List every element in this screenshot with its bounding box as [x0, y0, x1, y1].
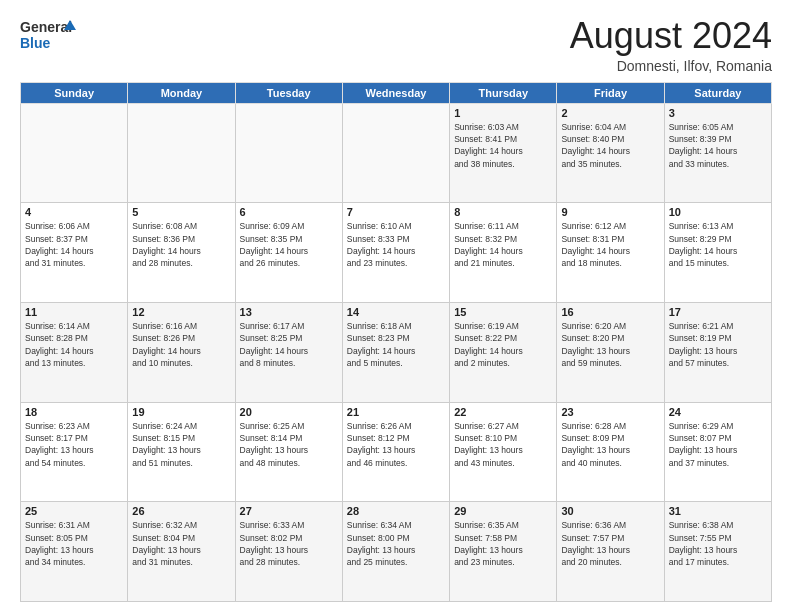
calendar-body: 1Sunrise: 6:03 AMSunset: 8:41 PMDaylight…: [21, 103, 772, 601]
day-info: Sunrise: 6:09 AMSunset: 8:35 PMDaylight:…: [240, 220, 338, 269]
day-number: 1: [454, 107, 552, 119]
day-number: 3: [669, 107, 767, 119]
main-title: August 2024: [570, 16, 772, 56]
day-info: Sunrise: 6:38 AMSunset: 7:55 PMDaylight:…: [669, 519, 767, 568]
calendar-week-2: 4Sunrise: 6:06 AMSunset: 8:37 PMDaylight…: [21, 203, 772, 303]
calendar-week-3: 11Sunrise: 6:14 AMSunset: 8:28 PMDayligh…: [21, 302, 772, 402]
calendar-cell: 31Sunrise: 6:38 AMSunset: 7:55 PMDayligh…: [664, 502, 771, 602]
day-number: 17: [669, 306, 767, 318]
svg-text:General: General: [20, 19, 72, 35]
day-info: Sunrise: 6:21 AMSunset: 8:19 PMDaylight:…: [669, 320, 767, 369]
calendar-cell: 24Sunrise: 6:29 AMSunset: 8:07 PMDayligh…: [664, 402, 771, 502]
day-number: 4: [25, 206, 123, 218]
day-info: Sunrise: 6:35 AMSunset: 7:58 PMDaylight:…: [454, 519, 552, 568]
day-number: 9: [561, 206, 659, 218]
day-info: Sunrise: 6:19 AMSunset: 8:22 PMDaylight:…: [454, 320, 552, 369]
day-info: Sunrise: 6:23 AMSunset: 8:17 PMDaylight:…: [25, 420, 123, 469]
day-number: 23: [561, 406, 659, 418]
day-info: Sunrise: 6:11 AMSunset: 8:32 PMDaylight:…: [454, 220, 552, 269]
day-number: 7: [347, 206, 445, 218]
day-number: 27: [240, 505, 338, 517]
calendar-cell: 5Sunrise: 6:08 AMSunset: 8:36 PMDaylight…: [128, 203, 235, 303]
subtitle: Domnesti, Ilfov, Romania: [570, 58, 772, 74]
calendar-cell: 7Sunrise: 6:10 AMSunset: 8:33 PMDaylight…: [342, 203, 449, 303]
calendar-cell: 29Sunrise: 6:35 AMSunset: 7:58 PMDayligh…: [450, 502, 557, 602]
calendar-cell: 21Sunrise: 6:26 AMSunset: 8:12 PMDayligh…: [342, 402, 449, 502]
day-number: 19: [132, 406, 230, 418]
day-number: 29: [454, 505, 552, 517]
calendar-cell: 13Sunrise: 6:17 AMSunset: 8:25 PMDayligh…: [235, 302, 342, 402]
calendar-week-1: 1Sunrise: 6:03 AMSunset: 8:41 PMDaylight…: [21, 103, 772, 203]
day-info: Sunrise: 6:31 AMSunset: 8:05 PMDaylight:…: [25, 519, 123, 568]
calendar-cell: 1Sunrise: 6:03 AMSunset: 8:41 PMDaylight…: [450, 103, 557, 203]
day-info: Sunrise: 6:25 AMSunset: 8:14 PMDaylight:…: [240, 420, 338, 469]
day-number: 2: [561, 107, 659, 119]
day-number: 28: [347, 505, 445, 517]
day-number: 6: [240, 206, 338, 218]
day-number: 11: [25, 306, 123, 318]
day-number: 30: [561, 505, 659, 517]
dow-tuesday: Tuesday: [235, 82, 342, 103]
day-number: 18: [25, 406, 123, 418]
calendar-cell: 11Sunrise: 6:14 AMSunset: 8:28 PMDayligh…: [21, 302, 128, 402]
day-info: Sunrise: 6:10 AMSunset: 8:33 PMDaylight:…: [347, 220, 445, 269]
dow-wednesday: Wednesday: [342, 82, 449, 103]
day-info: Sunrise: 6:12 AMSunset: 8:31 PMDaylight:…: [561, 220, 659, 269]
calendar-cell: 10Sunrise: 6:13 AMSunset: 8:29 PMDayligh…: [664, 203, 771, 303]
day-number: 24: [669, 406, 767, 418]
day-number: 10: [669, 206, 767, 218]
logo: General Blue: [20, 16, 76, 52]
calendar-cell: 25Sunrise: 6:31 AMSunset: 8:05 PMDayligh…: [21, 502, 128, 602]
day-number: 22: [454, 406, 552, 418]
day-info: Sunrise: 6:29 AMSunset: 8:07 PMDaylight:…: [669, 420, 767, 469]
calendar-cell: 8Sunrise: 6:11 AMSunset: 8:32 PMDaylight…: [450, 203, 557, 303]
calendar-cell: 6Sunrise: 6:09 AMSunset: 8:35 PMDaylight…: [235, 203, 342, 303]
day-info: Sunrise: 6:36 AMSunset: 7:57 PMDaylight:…: [561, 519, 659, 568]
day-number: 13: [240, 306, 338, 318]
day-number: 20: [240, 406, 338, 418]
calendar-cell: [235, 103, 342, 203]
title-block: August 2024 Domnesti, Ilfov, Romania: [570, 16, 772, 74]
calendar-cell: [21, 103, 128, 203]
day-info: Sunrise: 6:16 AMSunset: 8:26 PMDaylight:…: [132, 320, 230, 369]
calendar-cell: [128, 103, 235, 203]
day-number: 21: [347, 406, 445, 418]
calendar-week-5: 25Sunrise: 6:31 AMSunset: 8:05 PMDayligh…: [21, 502, 772, 602]
day-info: Sunrise: 6:08 AMSunset: 8:36 PMDaylight:…: [132, 220, 230, 269]
calendar-cell: 3Sunrise: 6:05 AMSunset: 8:39 PMDaylight…: [664, 103, 771, 203]
dow-friday: Friday: [557, 82, 664, 103]
calendar-cell: 30Sunrise: 6:36 AMSunset: 7:57 PMDayligh…: [557, 502, 664, 602]
day-info: Sunrise: 6:18 AMSunset: 8:23 PMDaylight:…: [347, 320, 445, 369]
day-number: 16: [561, 306, 659, 318]
day-of-week-header: SundayMondayTuesdayWednesdayThursdayFrid…: [21, 82, 772, 103]
dow-thursday: Thursday: [450, 82, 557, 103]
day-info: Sunrise: 6:34 AMSunset: 8:00 PMDaylight:…: [347, 519, 445, 568]
calendar-cell: 23Sunrise: 6:28 AMSunset: 8:09 PMDayligh…: [557, 402, 664, 502]
day-info: Sunrise: 6:27 AMSunset: 8:10 PMDaylight:…: [454, 420, 552, 469]
dow-monday: Monday: [128, 82, 235, 103]
day-info: Sunrise: 6:17 AMSunset: 8:25 PMDaylight:…: [240, 320, 338, 369]
day-info: Sunrise: 6:26 AMSunset: 8:12 PMDaylight:…: [347, 420, 445, 469]
calendar-cell: 18Sunrise: 6:23 AMSunset: 8:17 PMDayligh…: [21, 402, 128, 502]
calendar-cell: 22Sunrise: 6:27 AMSunset: 8:10 PMDayligh…: [450, 402, 557, 502]
day-number: 14: [347, 306, 445, 318]
calendar-cell: 15Sunrise: 6:19 AMSunset: 8:22 PMDayligh…: [450, 302, 557, 402]
calendar-cell: 2Sunrise: 6:04 AMSunset: 8:40 PMDaylight…: [557, 103, 664, 203]
svg-text:Blue: Blue: [20, 35, 51, 51]
day-info: Sunrise: 6:14 AMSunset: 8:28 PMDaylight:…: [25, 320, 123, 369]
calendar-cell: [342, 103, 449, 203]
dow-sunday: Sunday: [21, 82, 128, 103]
calendar-cell: 20Sunrise: 6:25 AMSunset: 8:14 PMDayligh…: [235, 402, 342, 502]
day-number: 26: [132, 505, 230, 517]
day-number: 8: [454, 206, 552, 218]
day-info: Sunrise: 6:24 AMSunset: 8:15 PMDaylight:…: [132, 420, 230, 469]
page-header: General Blue August 2024 Domnesti, Ilfov…: [20, 16, 772, 74]
calendar-week-4: 18Sunrise: 6:23 AMSunset: 8:17 PMDayligh…: [21, 402, 772, 502]
day-number: 31: [669, 505, 767, 517]
day-number: 5: [132, 206, 230, 218]
day-info: Sunrise: 6:13 AMSunset: 8:29 PMDaylight:…: [669, 220, 767, 269]
calendar-cell: 9Sunrise: 6:12 AMSunset: 8:31 PMDaylight…: [557, 203, 664, 303]
calendar-cell: 17Sunrise: 6:21 AMSunset: 8:19 PMDayligh…: [664, 302, 771, 402]
day-number: 15: [454, 306, 552, 318]
day-number: 12: [132, 306, 230, 318]
